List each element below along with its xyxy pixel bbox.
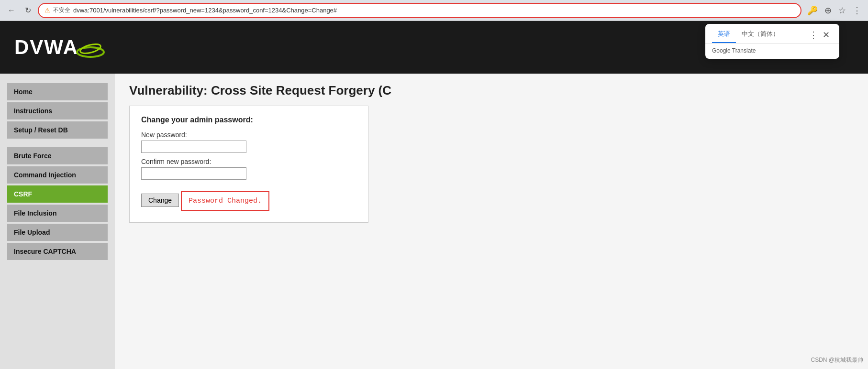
bookmark-icon[interactable]: ☆ xyxy=(836,4,848,17)
csdn-watermark: CSDN @杭城我最帅 xyxy=(811,356,863,364)
sidebar-item-insecure-captcha[interactable]: Insecure CAPTCHA xyxy=(7,243,108,260)
warning-icon: ⚠ xyxy=(45,7,50,14)
google-translate-label: Google Translate xyxy=(705,43,839,54)
sidebar-item-file-upload[interactable]: File Upload xyxy=(7,224,108,241)
sidebar-item-file-inclusion[interactable]: File Inclusion xyxy=(7,205,108,222)
translate-popup: 英语 中文（简体） ⋮ ✕ Google Translate xyxy=(705,24,839,59)
sidebar-item-csrf[interactable]: CSRF xyxy=(7,185,108,203)
address-bar[interactable]: ⚠ 不安全 dvwa:7001/vulnerabilities/csrf/?pa… xyxy=(38,3,801,18)
reload-button[interactable]: ↻ xyxy=(22,4,34,17)
toolbar-icons: 🔑 ⊕ ☆ ⋮ xyxy=(805,4,863,17)
page-wrapper: DVWA Home Instructions Setup / Reset DB … xyxy=(0,21,868,369)
form-box-title: Change your admin password: xyxy=(141,116,356,124)
dvwa-logo: DVWA xyxy=(14,35,105,59)
browser-chrome: ← ↻ ⚠ 不安全 dvwa:7001/vulnerabilities/csrf… xyxy=(0,0,868,21)
sidebar-item-instructions[interactable]: Instructions xyxy=(7,102,108,119)
security-label: 不安全 xyxy=(53,6,70,14)
sidebar-item-setup[interactable]: Setup / Reset DB xyxy=(7,121,108,139)
sidebar-spacer xyxy=(7,141,108,147)
translate-icon[interactable]: ⊕ xyxy=(823,4,834,17)
translate-tabs: 英语 中文（简体） ⋮ ✕ xyxy=(705,24,839,43)
sidebar-item-brute-force[interactable]: Brute Force xyxy=(7,147,108,164)
translate-more-icon[interactable]: ⋮ xyxy=(807,27,820,43)
svg-point-1 xyxy=(79,43,102,55)
sidebar-item-command-injection[interactable]: Command Injection xyxy=(7,166,108,184)
back-button[interactable]: ← xyxy=(5,4,18,17)
confirm-password-label: Confirm new password: xyxy=(141,158,356,165)
new-password-label: New password: xyxy=(141,131,356,139)
tab-chinese[interactable]: 中文（简体） xyxy=(736,27,785,43)
confirm-password-input[interactable] xyxy=(141,167,246,180)
sidebar-item-home[interactable]: Home xyxy=(7,83,108,100)
content-wrapper: Home Instructions Setup / Reset DB Brute… xyxy=(0,74,868,369)
change-button[interactable]: Change xyxy=(141,194,179,207)
url-text: dvwa:7001/vulnerabilities/csrf/?password… xyxy=(73,7,795,14)
main-content: Vulnerability: Cross Site Request Forger… xyxy=(115,74,868,369)
password-changed-message: Password Changed. xyxy=(181,191,269,211)
dvwa-logo-swoosh xyxy=(76,35,105,59)
key-icon[interactable]: 🔑 xyxy=(805,4,820,17)
translate-close-icon[interactable]: ✕ xyxy=(820,27,833,43)
sidebar: Home Instructions Setup / Reset DB Brute… xyxy=(0,74,115,369)
new-password-input[interactable] xyxy=(141,141,246,153)
tab-english[interactable]: 英语 xyxy=(712,27,736,43)
page-title: Vulnerability: Cross Site Request Forger… xyxy=(129,83,854,98)
dvwa-logo-text: DVWA xyxy=(14,36,78,59)
more-menu-icon[interactable]: ⋮ xyxy=(851,4,863,17)
form-box: Change your admin password: New password… xyxy=(129,106,368,223)
